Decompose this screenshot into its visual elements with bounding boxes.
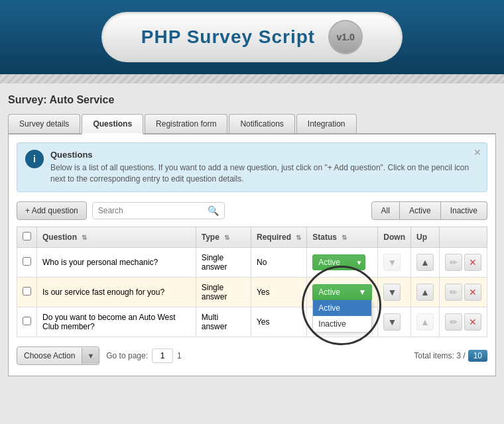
- search-icon: 🔍: [208, 205, 219, 216]
- col-status: Status ⇅: [307, 227, 378, 247]
- question-cell: Do you want to become an Auto West Club …: [37, 307, 196, 337]
- chevron-down-icon: ▼: [358, 288, 366, 297]
- page-number-input[interactable]: [152, 348, 173, 363]
- move-up-button[interactable]: ▲: [416, 284, 434, 301]
- down-cell: ▼: [378, 277, 411, 307]
- required-cell: Yes: [251, 277, 306, 307]
- col-required: Required ⇅: [251, 227, 306, 247]
- move-down-button[interactable]: ▼: [383, 254, 401, 271]
- status-dropdown-options: Active Inactive: [312, 300, 372, 333]
- info-icon: i: [25, 150, 44, 168]
- edit-button[interactable]: ✏: [445, 284, 462, 301]
- info-text: Questions Below is a list of all questio…: [50, 150, 479, 185]
- col-up: Up: [410, 227, 439, 247]
- move-up-button[interactable]: ▲: [416, 254, 434, 271]
- required-cell: Yes: [251, 307, 306, 337]
- dropdown-option-active[interactable]: Active: [313, 300, 371, 316]
- down-cell: ▼: [378, 307, 411, 337]
- questions-table: Question ⇅ Type ⇅ Required ⇅ Status ⇅ Do…: [17, 227, 487, 337]
- add-question-button[interactable]: + Add question: [17, 201, 87, 220]
- row-checkbox[interactable]: [23, 287, 31, 295]
- total-items-label: Total items: 3 /: [414, 351, 465, 360]
- edit-button[interactable]: ✏: [445, 313, 462, 331]
- total-info: Total items: 3 / 10: [414, 350, 487, 362]
- info-body: Below is a list of all questions. If you…: [50, 162, 479, 185]
- down-cell: ▼: [378, 247, 411, 277]
- page-title: Survey: Auto Service: [8, 94, 496, 106]
- sort-required-icon[interactable]: ⇅: [296, 234, 301, 241]
- select-all-checkbox[interactable]: [23, 232, 31, 240]
- version-badge: v1.0: [328, 20, 363, 54]
- move-down-button[interactable]: ▼: [383, 284, 401, 301]
- header-pill: PHP Survey Script v1.0: [101, 12, 403, 62]
- action-cell: ✏ ✕: [439, 277, 487, 307]
- row-checkbox[interactable]: [23, 317, 31, 325]
- close-icon[interactable]: ✕: [473, 147, 481, 158]
- toolbar: + Add question 🔍 All Active Inactive: [17, 201, 487, 220]
- choose-action-dropdown[interactable]: Choose Action ▼: [17, 346, 99, 365]
- filter-buttons: All Active Inactive: [371, 201, 487, 220]
- delete-button[interactable]: ✕: [464, 284, 481, 301]
- question-cell: Is our service fast enough for you?: [37, 277, 196, 307]
- info-box: i Questions Below is a list of all quest…: [17, 142, 487, 192]
- filter-inactive-button[interactable]: Inactive: [441, 201, 487, 220]
- tab-notifications[interactable]: Notifications: [229, 114, 294, 133]
- sort-status-icon[interactable]: ⇅: [342, 234, 347, 241]
- per-page-badge: 10: [468, 350, 487, 362]
- tab-registration-form[interactable]: Registration form: [145, 114, 227, 133]
- goto-page: Go to page: 1: [106, 348, 181, 363]
- tab-questions[interactable]: Questions: [82, 114, 143, 134]
- choose-action-label: Choose Action: [17, 347, 82, 364]
- type-cell: Multi answer: [196, 307, 251, 337]
- delete-button[interactable]: ✕: [464, 254, 481, 271]
- header-stripe: [0, 74, 504, 83]
- bottom-bar: Choose Action ▼ Go to page: 1 Total item…: [17, 344, 487, 368]
- sort-type-icon[interactable]: ⇅: [224, 234, 229, 241]
- type-cell: Single answer: [196, 247, 251, 277]
- tab-survey-details[interactable]: Survey details: [8, 114, 80, 133]
- goto-page-label: Go to page:: [106, 351, 148, 360]
- delete-button[interactable]: ✕: [464, 313, 481, 331]
- filter-active-button[interactable]: Active: [400, 201, 441, 220]
- search-input[interactable]: [98, 206, 204, 215]
- type-cell: Single answer: [196, 277, 251, 307]
- move-down-button[interactable]: ▼: [383, 313, 401, 331]
- tab-content: i Questions Below is a list of all quest…: [8, 134, 496, 376]
- col-question: Question ⇅: [37, 227, 196, 247]
- filter-all-button[interactable]: All: [371, 201, 400, 220]
- dropdown-option-inactive[interactable]: Inactive: [313, 316, 371, 332]
- col-type: Type ⇅: [196, 227, 251, 247]
- col-checkbox: [17, 227, 37, 247]
- row-checkbox[interactable]: [23, 257, 31, 266]
- question-cell: Who is your personal mechanic?: [37, 247, 196, 277]
- move-up-button[interactable]: ▲: [416, 313, 434, 331]
- status-value: Active: [318, 288, 340, 297]
- status-dropdown-open: Active ▼ Active Inactive: [312, 284, 372, 300]
- action-cell: ✏ ✕: [439, 247, 487, 277]
- tab-integration[interactable]: Integration: [296, 114, 357, 133]
- col-actions: [439, 227, 487, 247]
- status-select[interactable]: Active Inactive: [312, 254, 365, 270]
- sort-question-icon[interactable]: ⇅: [82, 234, 87, 241]
- status-cell: Active ▼ Active Inactive: [307, 277, 378, 307]
- required-cell: No: [251, 247, 306, 277]
- info-title: Questions: [50, 150, 479, 160]
- col-down: Down: [378, 227, 411, 247]
- up-cell: ▲: [410, 247, 439, 277]
- main-content: Survey: Auto Service Survey details Ques…: [0, 83, 504, 387]
- table-row: Who is your personal mechanic? Single an…: [17, 247, 487, 277]
- search-box: 🔍: [92, 202, 225, 219]
- tabs-bar: Survey details Questions Registration fo…: [8, 114, 496, 134]
- app-title: PHP Survey Script: [141, 26, 315, 48]
- status-dropdown-trigger[interactable]: Active ▼: [312, 284, 372, 300]
- header: PHP Survey Script v1.0: [0, 0, 504, 74]
- up-cell: ▲: [410, 277, 439, 307]
- edit-button[interactable]: ✏: [445, 254, 462, 271]
- chevron-down-icon: ▼: [82, 348, 99, 364]
- table-row: Is our service fast enough for you? Sing…: [17, 277, 487, 307]
- action-cell: ✏ ✕: [439, 307, 487, 337]
- up-cell: ▲: [410, 307, 439, 337]
- status-dropdown-wrapper: Active Inactive ▼: [312, 254, 365, 270]
- table-row: Do you want to become an Auto West Club …: [17, 307, 487, 337]
- status-cell: Active Inactive ▼: [307, 247, 378, 277]
